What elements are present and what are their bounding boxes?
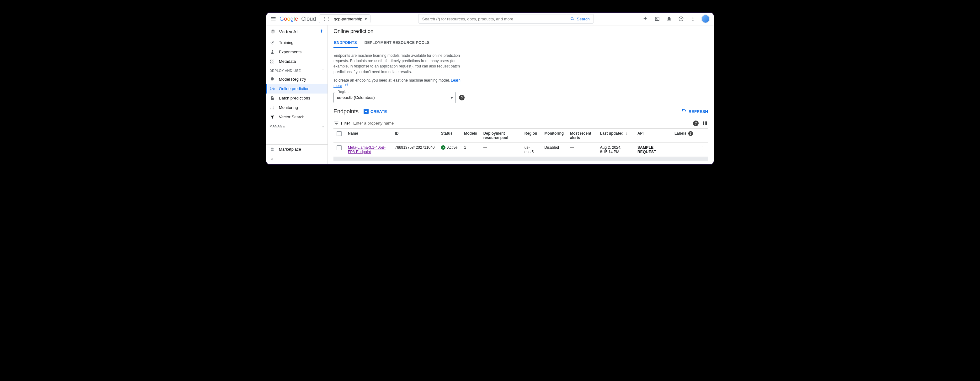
col-models[interactable]: Models	[461, 129, 480, 143]
project-selector[interactable]: ⋮⋮ gcp-partnership ▾	[319, 14, 370, 23]
chart-icon	[269, 105, 275, 110]
region-row: Region us-east5 (Columbus) ▾ ?	[334, 92, 708, 103]
section-title: DEPLOY AND USE	[269, 69, 301, 72]
create-button[interactable]: + CREATE	[364, 109, 387, 114]
svg-point-2	[693, 17, 694, 18]
region-select[interactable]: Region us-east5 (Columbus) ▾	[334, 92, 456, 103]
training-icon	[269, 40, 275, 45]
external-link-icon	[344, 83, 348, 88]
horizontal-scrollbar[interactable]	[334, 157, 708, 161]
logo-cloud-word: Cloud	[301, 16, 316, 22]
tab-bar: ENDPOINTS DEPLOYMENT RESOURCE POOLS	[328, 38, 714, 48]
bulb-icon	[269, 77, 275, 82]
tab-endpoints[interactable]: ENDPOINTS	[334, 38, 358, 48]
cloudshell-icon[interactable]	[654, 15, 661, 22]
svg-rect-6	[271, 60, 272, 61]
svg-point-5	[272, 42, 273, 43]
notifications-icon[interactable]	[665, 15, 673, 22]
region-value: us-east5 (Columbus)	[337, 95, 375, 100]
help-icon[interactable]: ?	[677, 15, 685, 22]
cell-labels	[671, 142, 696, 156]
col-id[interactable]: ID	[392, 129, 438, 143]
svg-rect-15	[705, 121, 706, 125]
gemini-icon[interactable]	[641, 15, 649, 22]
marketplace-icon	[269, 147, 275, 152]
cell-alerts: —	[567, 142, 597, 156]
search-button-label: Search	[577, 17, 590, 21]
graph-icon	[269, 115, 275, 120]
sample-request-button[interactable]: SAMPLE REQUEST	[638, 145, 656, 154]
vertex-ai-icon	[270, 29, 276, 34]
sidebar-item-monitoring[interactable]: Monitoring	[266, 103, 328, 112]
svg-rect-8	[271, 62, 272, 63]
endpoints-title: Endpoints	[334, 108, 358, 115]
labels-help-icon[interactable]: ?	[688, 131, 693, 136]
sidebar-item-label: Model Registry	[279, 77, 306, 81]
cell-region: us-east5	[521, 142, 541, 156]
search-input[interactable]	[418, 17, 566, 21]
intro-text: Endpoints are machine learning models ma…	[334, 53, 468, 89]
search-button[interactable]: Search	[566, 14, 593, 23]
col-region[interactable]: Region	[521, 129, 541, 143]
columns-icon[interactable]	[702, 121, 708, 126]
search-bar: Search	[418, 14, 594, 24]
filter-input[interactable]	[353, 121, 690, 126]
col-alerts[interactable]: Most recent alerts	[567, 129, 597, 143]
chevron-collapse-icon	[269, 156, 275, 162]
sidebar-item-training[interactable]: Training	[266, 38, 328, 48]
sidebar-item-vector-search[interactable]: Vector Search	[266, 112, 328, 122]
refresh-button[interactable]: REFRESH	[682, 109, 708, 114]
region-help-icon[interactable]: ?	[459, 95, 465, 100]
google-cloud-logo[interactable]: Google Cloud	[280, 16, 316, 22]
sidebar-item-model-registry[interactable]: Model Registry	[266, 75, 328, 84]
plus-icon: +	[364, 109, 369, 114]
create-label: CREATE	[371, 109, 387, 114]
lock-icon	[269, 96, 275, 101]
svg-rect-9	[273, 62, 274, 63]
row-checkbox[interactable]	[337, 145, 342, 150]
filter-help-icon[interactable]: ?	[693, 121, 698, 126]
col-pool[interactable]: Deployment resource pool	[480, 129, 521, 143]
sidebar-item-label: Metadata	[279, 59, 296, 64]
intro-p2-pre: To create an endpoint, you need at least…	[334, 78, 451, 83]
avatar[interactable]	[701, 14, 710, 23]
status-label: Active	[447, 145, 458, 150]
sidebar-item-marketplace[interactable]: Marketplace	[266, 145, 328, 154]
sidebar-manage-section: MANAGE ⌄	[266, 122, 328, 130]
col-status[interactable]: Status	[438, 129, 461, 143]
endpoint-link[interactable]: Meta-Llama-3.1-405B-FP8-Endpoint	[348, 145, 389, 154]
app-window: Google Cloud ⋮⋮ gcp-partnership ▾ Search	[266, 12, 714, 165]
tab-deployment-resource-pools[interactable]: DEPLOYMENT RESOURCE POOLS	[364, 38, 430, 48]
more-icon[interactable]	[689, 15, 697, 22]
sidebar-item-experiments[interactable]: Experiments	[266, 48, 328, 57]
sidebar-item-batch-predictions[interactable]: Batch predictions	[266, 94, 328, 103]
col-labels[interactable]: Labels ?	[671, 129, 696, 143]
select-all-checkbox[interactable]	[337, 131, 342, 136]
sidebar-manage-header[interactable]: MANAGE ⌄	[266, 122, 328, 130]
project-name: gcp-partnership	[334, 17, 362, 21]
sidebar-item-metadata[interactable]: Metadata	[266, 57, 328, 66]
filter-row: Filter ?	[334, 118, 708, 129]
col-last-updated[interactable]: Last updated ↓	[597, 129, 634, 143]
top-bar: Google Cloud ⋮⋮ gcp-partnership ▾ Search	[266, 13, 714, 26]
cell-models: 1	[461, 142, 480, 156]
cell-monitoring: Disabled	[541, 142, 567, 156]
refresh-icon	[682, 109, 687, 114]
status-cell: ✓ Active	[441, 145, 458, 150]
sidebar-item-online-prediction[interactable]: Online prediction	[266, 84, 328, 94]
sidebar-item-label: Online prediction	[279, 86, 310, 91]
col-monitoring[interactable]: Monitoring	[541, 129, 567, 143]
col-api[interactable]: API	[634, 129, 671, 143]
chevron-down-icon: ⌄	[321, 124, 325, 128]
sidebar-header: Vertex AI	[266, 26, 328, 38]
sidebar-deploy-header[interactable]: DEPLOY AND USE ⌃	[266, 66, 328, 75]
col-name[interactable]: Name	[345, 129, 392, 143]
collapse-sidebar-button[interactable]	[266, 154, 328, 164]
refresh-label: REFRESH	[689, 109, 708, 114]
menu-icon[interactable]	[270, 16, 276, 22]
col-labels-label: Labels	[675, 131, 686, 136]
chevron-up-icon: ⌃	[321, 69, 325, 73]
pin-icon[interactable]	[319, 29, 324, 33]
caret-down-icon: ▾	[365, 17, 367, 21]
row-more-icon[interactable]: ⋮	[699, 146, 705, 152]
